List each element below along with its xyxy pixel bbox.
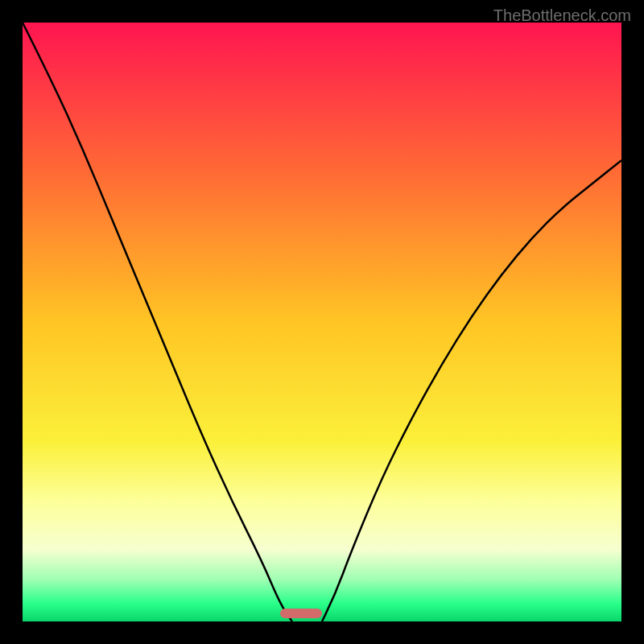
curve-left (23, 23, 292, 621)
watermark-text: TheBottleneck.com (493, 6, 631, 25)
curve-right (322, 160, 621, 621)
chart-curves-svg (23, 23, 621, 621)
chart-plot-area (23, 23, 621, 621)
